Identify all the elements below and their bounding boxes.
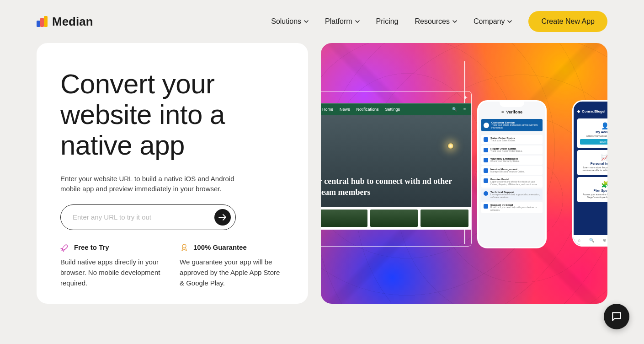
feature-body: We guarantee your app will be approved b…: [180, 257, 284, 289]
primary-nav: Solutions Platform Pricing Resources Com…: [271, 11, 607, 32]
mock-nav-item: Settings: [385, 107, 400, 112]
phone-brand-bar: ◆ ConradSiegel⋯: [574, 102, 607, 117]
feature-free-to-try: Free to Try Build native apps directly i…: [60, 243, 165, 289]
puzzle-icon: 🧩: [580, 181, 607, 188]
list-item: Premier PortalLogin to submit and check …: [481, 176, 543, 188]
mock-hero-text: r central hub to connect with nd other t…: [321, 176, 471, 207]
nav-label: Pricing: [376, 17, 399, 26]
mock-thumbnails: [321, 207, 471, 230]
feature-title: 100% Guarantee: [193, 243, 247, 251]
chevron-down-icon: [355, 19, 360, 24]
nav-company[interactable]: Company: [474, 17, 512, 26]
user-icon: 👤: [580, 122, 607, 129]
list-item: Sales Order StatusTrack your Sales Order…: [481, 135, 543, 144]
nav-pricing[interactable]: Pricing: [376, 17, 399, 26]
search-icon: 🔍: [589, 238, 594, 242]
phone-tabbar: ⌂ 🔍 ⊕ ⚐ ⦿: [574, 235, 607, 245]
mock-site-nav: Home News Notifications Settings 🔍 ≡: [321, 103, 471, 115]
url-input-group: [60, 204, 236, 230]
submit-url-button[interactable]: [214, 209, 231, 226]
mock-site-hero: r central hub to connect with nd other t…: [321, 115, 471, 207]
panel-my-account: 👤 My Account Access your Conrad Siegel a…: [577, 118, 607, 148]
brand-name: Median: [52, 15, 93, 29]
chat-widget-button[interactable]: [604, 304, 629, 329]
add-icon: ⊕: [603, 238, 607, 242]
phone-list: Sales Order StatusTrack your Sales Order…: [479, 133, 545, 216]
chat-icon: [611, 311, 623, 322]
mock-nav-item: News: [340, 107, 350, 112]
hero-subtitle: Enter your website URL to build a native…: [60, 174, 243, 194]
panel-personal-investors: 📈 Personal Investors Learn more about th…: [577, 150, 607, 175]
phone-mockup-verifone: ≡ Verifone Customer ServiceTrack your or…: [477, 100, 547, 248]
mock-nav-item: Home: [322, 107, 333, 112]
nav-resources[interactable]: Resources: [415, 17, 457, 26]
feature-guarantee: 100% Guarantee We guarantee your app wil…: [180, 243, 284, 289]
nav-platform[interactable]: Platform: [325, 17, 360, 26]
hero-card: Convert your website into a native app E…: [37, 43, 308, 304]
panel-plan-sponsors: 🧩 Plan Sponsors Access your account or l…: [577, 177, 607, 202]
list-item: Support by EmailEmail us if you need hel…: [481, 202, 543, 213]
sign-in-button: SIGN IN: [580, 139, 607, 145]
phone-header-row: Customer ServiceTrack your orders and ac…: [481, 119, 543, 131]
nav-label: Solutions: [271, 17, 301, 26]
rocket-icon: [60, 243, 69, 252]
logo-mark-icon: [37, 16, 48, 27]
site-header: Median Solutions Platform Pricing Resour…: [0, 0, 644, 43]
list-item: Technical SupportLive representative cha…: [481, 189, 543, 200]
chevron-down-icon: [507, 19, 512, 24]
feature-title: Free to Try: [74, 243, 109, 251]
phone-mockup-conradsiegel: ◆ ConradSiegel⋯ 👤 My Account Access your…: [572, 100, 607, 247]
feature-body: Build native apps directly in your brows…: [60, 257, 165, 289]
browser-mockup: + Home News Notifications Settings 🔍 ≡ r…: [321, 91, 472, 247]
brand-logo[interactable]: Median: [37, 15, 93, 29]
search-icon: 🔍: [452, 107, 457, 112]
browser-chrome: +: [321, 91, 471, 103]
nav-solutions[interactable]: Solutions: [271, 17, 309, 26]
chevron-down-icon: [304, 19, 309, 24]
feature-row: Free to Try Build native apps directly i…: [60, 243, 284, 289]
url-input[interactable]: [73, 213, 214, 221]
showcase-graphic: + Home News Notifications Settings 🔍 ≡ r…: [321, 43, 607, 304]
list-item: Repair Order StatusTrack your Repair Ord…: [481, 145, 543, 155]
list-item: Invoice ManagementManage Bills and Invoi…: [481, 166, 543, 175]
mock-nav-item: Notifications: [357, 107, 379, 112]
main-content: Convert your website into a native app E…: [0, 43, 644, 304]
nav-label: Resources: [415, 17, 450, 26]
nav-label: Company: [474, 17, 505, 26]
create-app-button[interactable]: Create New App: [528, 11, 607, 32]
arrow-right-icon: [218, 214, 227, 220]
nav-label: Platform: [325, 17, 352, 26]
award-icon: [180, 243, 189, 252]
menu-icon: ≡: [463, 107, 466, 112]
avatar-icon: [484, 123, 489, 128]
streetlamp-glow: [447, 143, 454, 149]
chevron-down-icon: [452, 19, 457, 24]
list-item: Warranty EntitlementCheck your Warranty …: [481, 156, 543, 165]
chart-icon: 📈: [580, 154, 607, 161]
svg-point-0: [182, 244, 186, 248]
home-icon: ⌂: [578, 238, 580, 242]
phone-notch: [500, 102, 524, 107]
hero-title: Convert your website into a native app: [60, 69, 284, 161]
